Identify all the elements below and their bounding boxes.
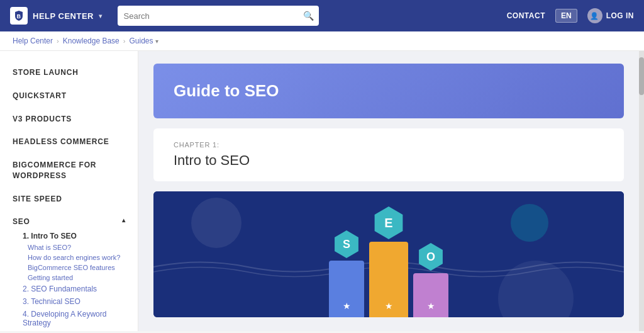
sidebar-item-site-speed[interactable]: SITE SPEED (0, 188, 138, 211)
chapter-card: CHAPTER 1: Intro to SEO (153, 128, 624, 181)
star-s: ★ (343, 301, 351, 311)
logo-icon: B (10, 7, 28, 25)
podium-base-e: ★ (369, 242, 408, 317)
sidebar-seo-engines[interactable]: How do search engines work? (28, 252, 125, 262)
sidebar-seo-item-3[interactable]: 3. Technical SEO (18, 295, 125, 308)
login-label: LOG IN (606, 11, 634, 20)
seo-collapse-icon: ▾ (121, 218, 125, 225)
breadcrumb-guides-arrow: ▾ (155, 38, 158, 45)
sidebar-seo-submenu: 1. Intro To SEO What is SEO? How do sear… (13, 226, 125, 331)
main-layout: STORE LAUNCH QUICKSTART V3 PRODUCTS HEAD… (0, 51, 644, 331)
sidebar-seo-started[interactable]: Getting started (28, 273, 125, 283)
podium-base-s: ★ (329, 261, 364, 317)
sidebar-seo-header[interactable]: SEO ▾ (13, 217, 125, 226)
breadcrumb-sep-2: › (123, 37, 126, 45)
hex-s: S (333, 230, 360, 258)
sidebar-seo-item-4[interactable]: 4. Developing A Keyword Strategy (18, 308, 125, 329)
search-input[interactable] (118, 6, 319, 26)
sidebar-seo-item-5[interactable]: 5. Keyword-Rich Content (18, 329, 125, 331)
help-center-label: Help Center (33, 11, 94, 21)
search-button[interactable]: 🔍 (303, 11, 314, 21)
breadcrumb-knowledge-base[interactable]: Knowledge Base (63, 37, 119, 45)
sidebar-item-store-launch[interactable]: STORE LAUNCH (0, 61, 138, 84)
sidebar-seo-section: SEO ▾ 1. Intro To SEO What is SEO? How d… (0, 211, 138, 331)
breadcrumb-sep-1: › (57, 37, 59, 45)
sidebar-seo-label: SEO (13, 217, 30, 226)
header-right: CONTACT EN 👤 LOG IN (507, 8, 634, 23)
sidebar-seo-what[interactable]: What is SEO? (28, 242, 125, 252)
sidebar-seo-features[interactable]: BigCommerce SEO features (28, 262, 125, 273)
chapter-label: CHAPTER 1: (174, 141, 604, 149)
hex-o: O (417, 243, 445, 271)
sidebar-item-v3-products[interactable]: V3 PRODUCTS (0, 108, 138, 131)
guide-title: Guide to SEO (174, 81, 604, 101)
header-dropdown-arrow: ▾ (99, 13, 103, 20)
sidebar-seo-item-1[interactable]: 1. Intro To SEO (18, 230, 125, 242)
svg-text:B: B (17, 13, 21, 20)
scrollbar-right[interactable] (639, 51, 644, 331)
breadcrumb-help-center[interactable]: Help Center (13, 37, 53, 45)
header: B Help Center ▾ 🔍 CONTACT EN 👤 LOG IN (0, 0, 644, 31)
sidebar-item-headless-commerce[interactable]: HEADLESS COMMERCE (0, 130, 138, 154)
content-area: Guide to SEO CHAPTER 1: Intro to SEO S (138, 51, 639, 331)
podium-s: S ★ (329, 230, 364, 317)
sidebar-seo-sub-items: What is SEO? How do search engines work?… (18, 242, 125, 283)
seo-illustration: S ★ E ★ O ★ (153, 191, 624, 317)
chapter-title: Intro to SEO (174, 152, 604, 169)
hex-e: E (372, 206, 405, 239)
sidebar: STORE LAUNCH QUICKSTART V3 PRODUCTS HEAD… (0, 51, 138, 331)
logo[interactable]: B Help Center ▾ (10, 7, 103, 25)
contact-link[interactable]: CONTACT (507, 11, 545, 20)
sidebar-item-bigcommerce-wordpress[interactable]: BIGCOMMERCE FOR WORDPRESS (0, 154, 138, 188)
breadcrumb: Help Center › Knowledge Base › Guides ▾ (0, 31, 644, 51)
sidebar-seo-item-2[interactable]: 2. SEO Fundamentals (18, 283, 125, 295)
avatar: 👤 (587, 8, 602, 23)
login-button[interactable]: 👤 LOG IN (587, 8, 634, 23)
sidebar-item-quickstart[interactable]: QUICKSTART (0, 84, 138, 108)
language-selector[interactable]: EN (555, 9, 577, 23)
podium-e: E ★ (369, 206, 408, 317)
seo-podiums: S ★ E ★ O ★ (329, 206, 448, 317)
breadcrumb-guides[interactable]: Guides ▾ (129, 37, 158, 45)
star-e: ★ (385, 301, 393, 311)
scrollbar-thumb (639, 57, 644, 95)
guide-banner: Guide to SEO (153, 64, 624, 118)
search-container: 🔍 (118, 6, 319, 26)
star-o: ★ (427, 301, 435, 311)
podium-base-o: ★ (413, 273, 448, 317)
podium-o: O ★ (413, 243, 448, 317)
